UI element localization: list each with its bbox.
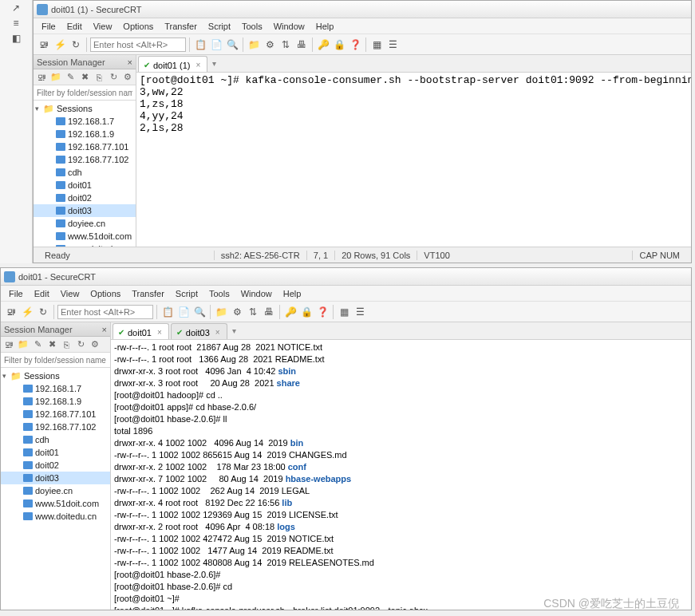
find-icon[interactable]: 🔍 [225, 38, 239, 52]
properties-icon[interactable]: ✎ [64, 71, 77, 84]
session-item[interactable]: doit03 [34, 204, 136, 217]
session-item[interactable]: doit01 [1, 446, 110, 459]
print-icon[interactable]: 🖶 [262, 305, 276, 319]
copy-icon[interactable]: ⎘ [93, 71, 105, 84]
properties-icon[interactable]: ✎ [31, 338, 44, 351]
close-icon[interactable]: × [195, 61, 200, 69]
tab-doit03[interactable]: ✔doit03× [171, 323, 227, 339]
close-icon[interactable]: × [157, 328, 162, 337]
quick-connect-icon[interactable]: ⚡ [20, 305, 34, 319]
strip-icon[interactable]: ↗ [10, 2, 22, 15]
connect-icon[interactable]: 🖳 [37, 38, 51, 52]
reconnect-icon[interactable]: ↻ [69, 38, 83, 52]
session-item[interactable]: doyiee.cn [34, 217, 136, 230]
terminal[interactable]: -rw-r--r--. 1 root root 21867 Aug 28 202… [111, 340, 691, 610]
close-icon[interactable]: × [215, 328, 220, 337]
grid-icon[interactable]: ▦ [369, 38, 384, 52]
key-icon[interactable]: 🔑 [283, 305, 298, 319]
reconnect-icon[interactable]: ↻ [36, 305, 50, 319]
refresh-icon[interactable]: ↻ [74, 338, 87, 351]
new-folder-icon[interactable]: 📁 [17, 338, 30, 351]
key-icon[interactable]: 🔑 [316, 38, 330, 52]
session-item[interactable]: 192.168.1.7 [1, 382, 110, 395]
lock-icon[interactable]: 🔒 [299, 305, 314, 319]
delete-icon[interactable]: ✖ [78, 71, 91, 84]
delete-icon[interactable]: ✖ [45, 338, 58, 351]
menu-options[interactable]: Options [85, 287, 125, 300]
options-icon[interactable]: ⚙ [263, 38, 277, 52]
transfer-icon[interactable]: ⇅ [246, 305, 260, 319]
menu-file[interactable]: File [4, 287, 28, 300]
session-item[interactable]: 192.168.77.101 [1, 408, 110, 421]
session-icon[interactable]: 📁 [214, 305, 228, 319]
titlebar[interactable]: doit01 (1) - SecureCRT [34, 1, 691, 18]
menu-window[interactable]: Window [269, 20, 310, 33]
options-icon[interactable]: ⚙ [230, 305, 244, 319]
settings-icon[interactable]: ⚙ [89, 338, 101, 351]
paste-icon[interactable]: 📄 [176, 305, 191, 319]
menu-script[interactable]: Script [203, 20, 235, 33]
menu-transfer[interactable]: Transfer [127, 287, 169, 300]
copy-icon[interactable]: ⎘ [60, 338, 73, 351]
connect-icon[interactable]: 🖳 [4, 305, 18, 319]
help-icon[interactable]: ❓ [315, 305, 330, 319]
tree-root-sessions[interactable]: ▾Sessions [1, 369, 110, 382]
session-item[interactable]: 192.168.77.102 [34, 153, 136, 166]
menu-transfer[interactable]: Transfer [160, 20, 202, 33]
menu-help[interactable]: Help [311, 20, 339, 33]
transfer-icon[interactable]: ⇅ [278, 38, 293, 52]
menu-script[interactable]: Script [171, 287, 203, 300]
print-icon[interactable]: 🖶 [294, 38, 309, 52]
host-input[interactable] [57, 305, 153, 319]
close-icon[interactable]: × [128, 57, 132, 67]
new-session-icon[interactable]: 🖳 [2, 338, 15, 351]
menu-window[interactable]: Window [236, 287, 277, 300]
session-item[interactable]: 192.168.1.9 [34, 128, 136, 140]
menu-file[interactable]: File [37, 20, 61, 33]
session-item[interactable]: doit02 [1, 459, 110, 472]
session-manager-header[interactable]: Session Manager × [34, 55, 136, 69]
session-item[interactable]: doit01 [34, 179, 136, 192]
settings-icon[interactable]: ⚙ [121, 71, 134, 84]
session-icon[interactable]: 📁 [247, 38, 261, 52]
session-item[interactable]: doit02 [34, 192, 136, 204]
session-item[interactable]: cdh [34, 166, 136, 179]
help-icon[interactable]: ❓ [348, 38, 362, 52]
session-item[interactable]: 192.168.1.7 [34, 115, 136, 128]
terminal[interactable]: [root@doit01 ~]# kafka-console-consumer.… [136, 73, 691, 247]
list-icon[interactable]: ☰ [353, 305, 367, 319]
new-session-icon[interactable]: 🖳 [35, 71, 48, 84]
host-input[interactable] [90, 38, 186, 52]
new-folder-icon[interactable]: 📁 [49, 71, 62, 84]
session-item[interactable]: 192.168.77.102 [1, 421, 110, 433]
titlebar[interactable]: doit01 - SecureCRT [1, 268, 691, 286]
copy-icon[interactable]: 📋 [193, 38, 207, 52]
menu-tools[interactable]: Tools [237, 20, 267, 33]
list-icon[interactable]: ☰ [385, 38, 400, 52]
session-item[interactable]: doyiee.cn [1, 484, 110, 497]
session-manager-header[interactable]: Session Manager × [1, 322, 110, 337]
grid-icon[interactable]: ▦ [337, 305, 351, 319]
menu-view[interactable]: View [56, 287, 85, 300]
menu-tools[interactable]: Tools [204, 287, 235, 300]
menu-edit[interactable]: Edit [62, 20, 87, 33]
session-item[interactable]: doit03 [1, 472, 110, 484]
find-icon[interactable]: 🔍 [192, 305, 207, 319]
lock-icon[interactable]: 🔒 [332, 38, 346, 52]
menu-options[interactable]: Options [118, 20, 158, 33]
filter-input[interactable] [34, 85, 136, 100]
strip-icon[interactable]: ≡ [10, 18, 22, 30]
tab-doit01[interactable]: ✔doit01× [113, 323, 169, 339]
chevron-down-icon[interactable]: ▾ [212, 59, 216, 68]
chevron-down-icon[interactable]: ▾ [232, 326, 236, 335]
menu-view[interactable]: View [89, 20, 117, 33]
paste-icon[interactable]: 📄 [209, 38, 223, 52]
session-item[interactable]: www.doitedu.cn [1, 510, 110, 523]
menu-help[interactable]: Help [278, 287, 306, 300]
close-icon[interactable]: × [102, 325, 107, 334]
session-item[interactable]: cdh [1, 433, 110, 446]
quick-connect-icon[interactable]: ⚡ [53, 38, 67, 52]
refresh-icon[interactable]: ↻ [107, 71, 120, 84]
menu-edit[interactable]: Edit [30, 287, 54, 300]
session-item[interactable]: 192.168.1.9 [1, 395, 110, 408]
